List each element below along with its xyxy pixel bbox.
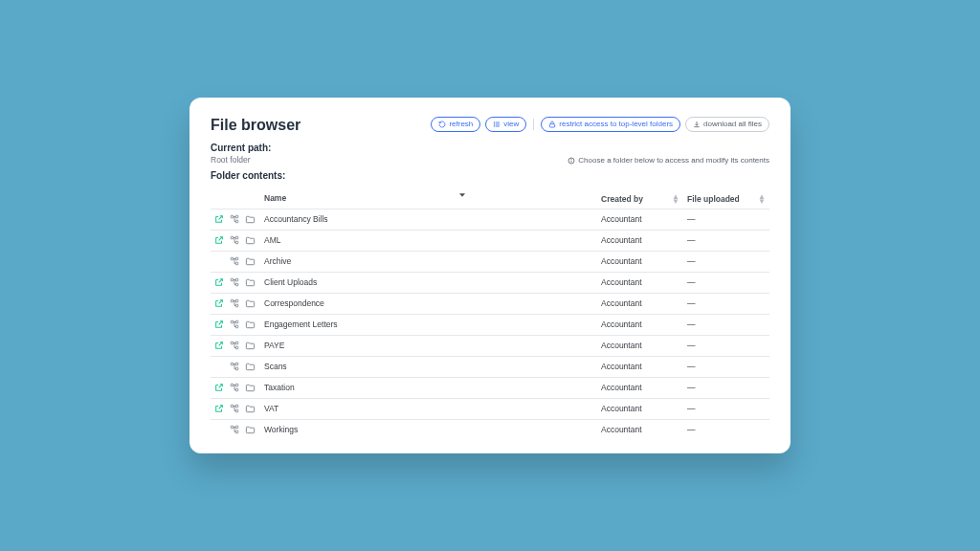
svg-marker-10 [459,193,465,197]
tree-icon[interactable] [230,298,237,308]
table-row[interactable]: Engagement LettersAccountant— [211,314,769,335]
tree-icon[interactable] [230,256,237,266]
svg-rect-19 [235,263,238,266]
list-icon [493,121,501,128]
row-uploaded: — [683,356,769,377]
tree-icon[interactable] [230,404,237,413]
row-uploaded: — [683,251,769,272]
table-row[interactable]: WorkingsAccountant— [211,419,769,440]
external-link-icon[interactable] [214,277,222,287]
row-createdby: Accountant [597,356,683,377]
row-name: Accountancy Bills [260,209,597,230]
external-link-icon[interactable] [214,235,222,245]
sort-icon: ▲▼ [672,194,679,204]
col-createdby-header[interactable]: Created by ▲▼ [597,188,683,209]
tree-icon[interactable] [230,425,237,434]
hint-row: Choose a folder below to access and modi… [568,156,769,165]
folder-icon [245,214,256,225]
header-row: File browser refresh view restrict acces… [211,117,769,134]
svg-rect-29 [231,342,234,345]
folder-contents-label: Folder contents: [211,170,769,181]
row-name: AML [260,230,597,251]
table-row[interactable]: PAYEAccountant— [211,335,769,356]
row-name: Engagement Letters [260,314,597,335]
view-button[interactable]: view [485,117,526,132]
external-link-icon[interactable] [214,298,222,308]
sort-icon: ▲▼ [758,194,766,204]
svg-rect-39 [235,406,238,408]
row-uploaded: — [683,314,769,335]
col-name-header[interactable]: Name [260,188,597,209]
refresh-button[interactable]: refresh [431,117,480,132]
table-row[interactable]: TaxationAccountant— [211,377,769,398]
sort-desc-icon [459,190,465,200]
svg-point-4 [494,124,495,125]
download-icon [693,121,701,128]
external-link-icon[interactable] [214,341,222,350]
tree-icon[interactable] [230,320,237,329]
tree-icon[interactable] [230,383,237,392]
svg-rect-30 [235,342,238,345]
svg-rect-27 [235,321,238,324]
svg-rect-22 [235,284,238,287]
table-row[interactable]: AMLAccountant— [211,230,769,251]
table-row[interactable]: VATAccountant— [211,398,769,419]
row-createdby: Accountant [597,251,683,272]
table-row[interactable]: CorrespondenceAccountant— [211,293,769,314]
row-name: Correspondence [260,293,597,314]
table-row[interactable]: ScansAccountant— [211,356,769,377]
page-title: File browser [211,117,301,134]
svg-rect-11 [231,216,234,219]
download-all-button[interactable]: download all files [685,117,769,132]
svg-rect-28 [235,326,238,329]
row-uploaded: — [683,398,769,419]
svg-rect-41 [231,427,234,430]
external-link-icon[interactable] [214,404,222,413]
external-link-icon[interactable] [214,320,222,329]
row-createdby: Accountant [597,272,683,293]
table-row[interactable]: ArchiveAccountant— [211,251,769,272]
external-link-icon[interactable] [214,383,222,392]
row-createdby: Accountant [597,335,683,356]
row-name: Workings [260,419,597,440]
refresh-label: refresh [449,121,473,128]
folder-icon [245,362,256,372]
restrict-button[interactable]: restrict access to top-level folders [541,117,680,132]
svg-rect-23 [231,300,234,303]
col-uploaded-header[interactable]: File uploaded ▲▼ [683,188,769,209]
svg-rect-38 [231,406,234,408]
svg-rect-32 [231,364,234,366]
hint-text: Choose a folder below to access and modi… [578,156,769,165]
svg-rect-13 [235,221,238,224]
row-uploaded: — [683,335,769,356]
row-createdby: Accountant [597,209,683,230]
tree-icon[interactable] [230,214,237,224]
current-path-label: Current path: [211,143,769,153]
folder-icon [245,256,256,267]
tree-icon[interactable] [230,341,237,350]
col-createdby-label: Created by [601,194,643,204]
svg-rect-40 [235,410,238,413]
svg-rect-24 [235,300,238,303]
row-createdby: Accountant [597,377,683,398]
row-name: VAT [260,398,597,419]
svg-rect-16 [235,242,238,245]
svg-rect-34 [235,368,238,371]
external-link-icon[interactable] [214,214,222,224]
svg-rect-31 [235,347,238,350]
svg-rect-35 [231,385,234,387]
tree-icon[interactable] [230,362,237,371]
svg-point-5 [494,126,495,127]
tree-icon[interactable] [230,235,237,245]
svg-rect-20 [231,279,234,282]
svg-rect-43 [235,431,238,434]
row-createdby: Accountant [597,293,683,314]
svg-rect-37 [235,389,238,392]
view-label: view [503,121,519,128]
table-row[interactable]: Accountancy BillsAccountant— [211,209,769,230]
folder-icon [245,341,256,351]
row-name: PAYE [260,335,597,356]
tree-icon[interactable] [230,277,237,287]
lock-icon [548,121,556,128]
table-row[interactable]: Client UploadsAccountant— [211,272,769,293]
